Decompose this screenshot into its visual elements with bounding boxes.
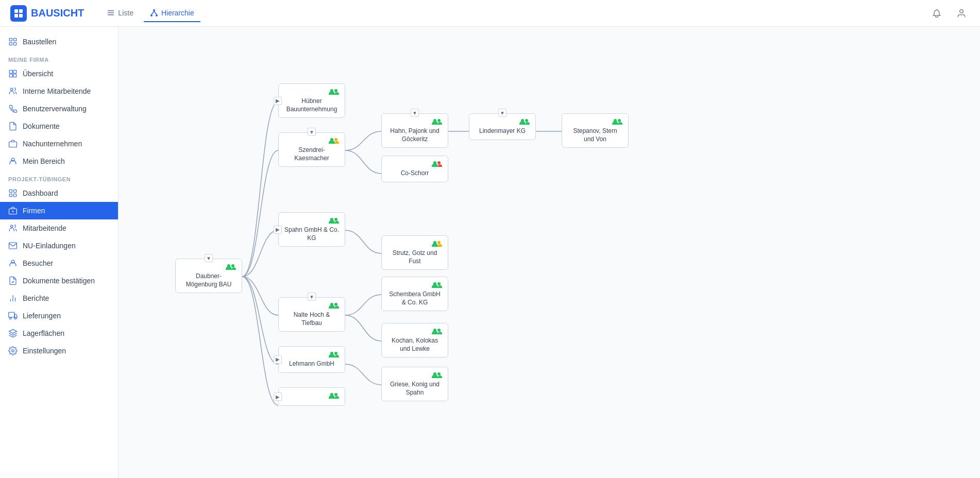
node-icons-daubner xyxy=(181,263,236,270)
topbar-right xyxy=(928,5,970,22)
node-hahn[interactable]: Hahn, Pajonk und Göckeritz▼ xyxy=(381,113,448,148)
tab-liste[interactable]: Liste xyxy=(100,5,140,22)
node-strutz[interactable]: Strutz, Gotz und Fust xyxy=(381,235,448,270)
svg-point-66 xyxy=(437,282,441,285)
node-griese[interactable]: Griese, Konig und Spahn xyxy=(381,367,448,401)
node-icons-co-schorr xyxy=(387,160,443,167)
node-collapse-szendrei[interactable]: ▼ xyxy=(308,128,316,136)
node-icons-stepanov xyxy=(567,118,623,125)
svg-rect-13 xyxy=(9,38,12,41)
sidebar-item-nachunternehmen[interactable]: Nachunternehmen xyxy=(0,135,118,152)
sidebar-item-dokumente-bestatigen[interactable]: Dokumente bestätigen xyxy=(0,272,118,289)
node-icons-lehmann xyxy=(284,351,340,358)
node-collapse-linden[interactable]: ▼ xyxy=(498,109,506,117)
dashboard-icon xyxy=(8,189,18,198)
node-hubner[interactable]: Hübner Bauunternehmung▶ xyxy=(278,83,345,118)
svg-rect-15 xyxy=(9,43,12,45)
node-icons-griese xyxy=(387,371,443,379)
node-label-hahn: Hahn, Pajonk und Göckeritz xyxy=(387,127,443,143)
svg-rect-36 xyxy=(9,312,14,317)
node-lehmann[interactable]: Lehmann GmbH▶ xyxy=(278,346,345,373)
svg-point-68 xyxy=(437,329,441,332)
sidebar-item-einstellungen[interactable]: Einstellungen xyxy=(0,342,118,360)
node-nalte[interactable]: Nalte Hoch & Tiefbau▼ xyxy=(278,297,345,332)
node-label-spahn: Spahn GmbH & Co. KG xyxy=(284,226,340,242)
besucher-icon xyxy=(8,259,18,268)
svg-point-38 xyxy=(14,317,16,319)
node-kochan[interactable]: Kochan, Kolokas und Lewke xyxy=(381,323,448,357)
svg-line-11 xyxy=(154,11,157,14)
list-icon xyxy=(107,9,115,17)
user-button[interactable] xyxy=(953,5,970,22)
svg-point-44 xyxy=(334,89,337,92)
nu-einladungen-icon xyxy=(8,241,18,250)
node-label-griese: Griese, Konig und Spahn xyxy=(387,381,443,397)
node-co-schorr[interactable]: Co-Schorr xyxy=(381,156,448,182)
node-expand-lehmann[interactable]: ▶ xyxy=(274,355,282,364)
lagerflachen-icon xyxy=(8,329,18,338)
svg-line-10 xyxy=(151,11,154,14)
node-daubner[interactable]: Daubner-Mögenburg BAU▼ xyxy=(175,259,242,293)
sidebar-item-ubersicht[interactable]: Übersicht xyxy=(0,65,118,82)
svg-rect-22 xyxy=(9,142,17,147)
svg-point-58 xyxy=(525,119,528,122)
topbar: BAUSICHT Liste Hierarchie xyxy=(0,0,980,27)
svg-point-62 xyxy=(437,161,441,164)
node-szendrei[interactable]: Szendrei-Kaesmacher▼ xyxy=(278,132,345,167)
svg-rect-2 xyxy=(14,14,18,18)
node-icons-szendrei xyxy=(284,137,340,144)
svg-rect-4 xyxy=(108,10,114,11)
sidebar-item-mein-bereich[interactable]: Mein Bereich xyxy=(0,152,118,170)
svg-rect-27 xyxy=(14,194,16,197)
tab-hierarchie[interactable]: Hierarchie xyxy=(144,5,200,22)
svg-rect-20 xyxy=(13,74,16,77)
sidebar-item-dashboard[interactable]: Dashboard xyxy=(0,184,118,202)
mein-bereich-icon xyxy=(8,157,18,166)
mitarbeitende-icon xyxy=(8,224,18,233)
svg-point-12 xyxy=(960,9,964,13)
sidebar-item-benutzerverwaltung[interactable]: Benutzerverwaltung xyxy=(0,100,118,117)
node-expand-unknown1[interactable]: ▶ xyxy=(274,392,282,401)
interne-icon xyxy=(8,87,18,96)
node-collapse-hahn[interactable]: ▼ xyxy=(411,109,419,117)
node-schembera[interactable]: Schembera GmbH & Co. KG xyxy=(381,277,448,311)
sidebar-item-firmen[interactable]: Firmen xyxy=(0,202,118,219)
node-label-co-schorr: Co-Schorr xyxy=(401,169,429,178)
svg-rect-24 xyxy=(9,190,12,192)
sidebar-item-nu-einladungen[interactable]: NU-Einladungen xyxy=(0,237,118,254)
node-collapse-nalte[interactable]: ▼ xyxy=(308,293,316,301)
node-expand-spahn[interactable]: ▶ xyxy=(274,226,282,234)
node-label-strutz: Strutz, Gotz und Fust xyxy=(387,249,443,265)
node-expand-hubner[interactable]: ▶ xyxy=(274,97,282,105)
sidebar-item-lagerflachen[interactable]: Lagerflächen xyxy=(0,325,118,342)
svg-point-52 xyxy=(334,352,337,355)
notifications-button[interactable] xyxy=(928,5,945,22)
sidebar-item-berichte[interactable]: Berichte xyxy=(0,289,118,307)
sidebar-item-besucher[interactable]: Besucher xyxy=(0,254,118,272)
hierarchy-canvas[interactable]: Daubner-Mögenburg BAU▼ Hübner Bauunterne… xyxy=(119,27,980,478)
sidebar-item-lieferungen[interactable]: Lieferungen xyxy=(0,307,118,325)
svg-rect-0 xyxy=(14,9,18,13)
svg-point-60 xyxy=(618,119,621,122)
sidebar-item-dokumente[interactable]: Dokumente xyxy=(0,117,118,135)
section-meine-firma: MEINE FIRMA xyxy=(0,50,118,65)
sidebar-item-baustellen[interactable]: Baustellen xyxy=(0,33,118,50)
canvas-inner: Daubner-Mögenburg BAU▼ Hübner Bauunterne… xyxy=(129,37,696,449)
node-unknown1[interactable]: ▶ xyxy=(278,387,345,406)
node-collapse-daubner[interactable]: ▼ xyxy=(205,254,213,262)
node-stepanov[interactable]: Stepanov, Stern und Von xyxy=(562,113,629,148)
node-label-daubner: Daubner-Mögenburg BAU xyxy=(181,272,236,288)
sidebar-item-mitarbeitende[interactable]: Mitarbeitende xyxy=(0,219,118,237)
sidebar-item-interne[interactable]: Interne Mitarbeitende xyxy=(0,82,118,100)
node-label-nalte: Nalte Hoch & Tiefbau xyxy=(284,311,340,327)
svg-rect-14 xyxy=(14,38,16,41)
node-linden[interactable]: Lindenmayer KG▼ xyxy=(469,113,536,140)
svg-point-8 xyxy=(150,14,153,16)
sidebar: Baustellen MEINE FIRMA Übersicht Interne… xyxy=(0,27,119,478)
einstellungen-icon xyxy=(8,346,18,355)
svg-rect-18 xyxy=(13,70,16,73)
dokumente-icon xyxy=(8,122,18,131)
node-spahn[interactable]: Spahn GmbH & Co. KG▶ xyxy=(278,212,345,247)
node-label-stepanov: Stepanov, Stern und Von xyxy=(567,127,623,143)
svg-rect-3 xyxy=(19,14,23,18)
